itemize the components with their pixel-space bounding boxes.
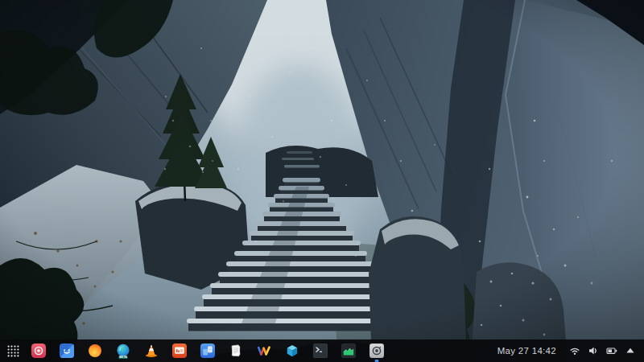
volume-icon[interactable] (588, 345, 599, 356)
camera-icon (31, 343, 46, 358)
terminal-icon (313, 343, 328, 358)
dock-icon-screen-recorder[interactable] (369, 343, 384, 358)
dock: BETA (31, 343, 384, 358)
dock-icon-system-monitor[interactable] (341, 343, 356, 358)
battery-icon[interactable] (606, 345, 617, 356)
screen-recorder-icon (369, 343, 384, 358)
file-manager-icon (60, 343, 74, 358)
wallpaper-image (0, 0, 644, 362)
launcher-button[interactable] (6, 344, 20, 358)
dock-icon-file-manager[interactable] (60, 343, 74, 358)
dock-icon-terminal[interactable] (313, 343, 328, 358)
wps-writer-icon (200, 343, 215, 358)
taskbar-clock[interactable]: May 27 14:42 (497, 346, 556, 356)
dock-icon-camera[interactable] (31, 343, 46, 358)
dock-icon-text-editor[interactable] (229, 343, 243, 358)
dock-icon-wps-presentation[interactable] (172, 343, 187, 358)
wps-presentation-icon (172, 343, 187, 358)
cube-icon (285, 343, 299, 358)
desktop[interactable]: BETA (0, 0, 644, 362)
dock-icon-3d-viewer[interactable] (285, 343, 299, 358)
dock-icon-wps-writer[interactable] (200, 343, 215, 358)
tray-expand-arrow-icon[interactable] (625, 345, 636, 356)
dock-icon-wps-office[interactable] (257, 343, 271, 358)
beta-badge: BETA (118, 356, 127, 359)
taskbar: BETA (0, 339, 644, 362)
vlc-icon (144, 343, 159, 358)
dock-icon-firefox[interactable] (88, 343, 102, 358)
wifi-icon[interactable] (569, 345, 580, 356)
system-monitor-icon (341, 343, 356, 358)
text-editor-icon (229, 343, 243, 358)
dock-icon-vlc[interactable] (144, 343, 159, 358)
dock-icon-browser-beta[interactable]: BETA (116, 343, 130, 358)
launcher-grid-icon (6, 344, 20, 358)
system-tray (569, 345, 636, 356)
firefox-icon (88, 343, 102, 358)
wps-office-icon (257, 343, 271, 358)
